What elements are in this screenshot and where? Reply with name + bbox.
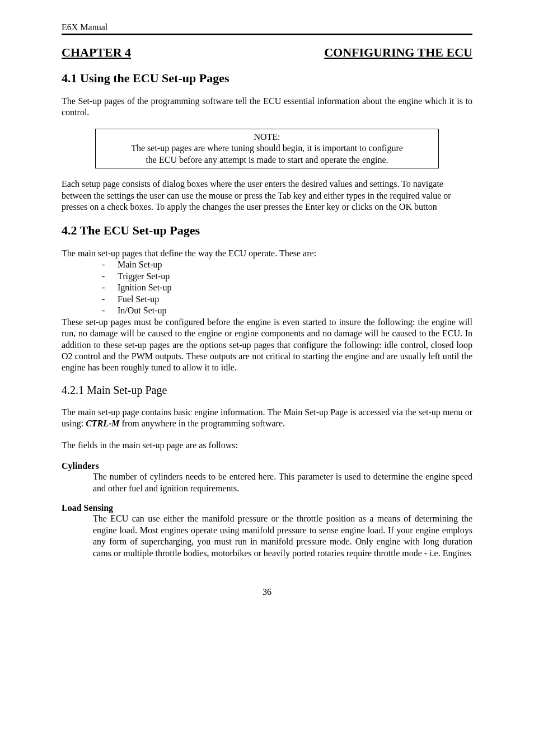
sec421-ctrlm: CTRL-M [86, 419, 119, 428]
sec421-p1: The main set-up page contains basic engi… [62, 407, 472, 430]
list-item: Fuel Set-up [102, 294, 472, 305]
page-number: 36 [62, 587, 472, 597]
header-rule [62, 34, 472, 35]
note-line2: the ECU before any attempt is made to st… [102, 154, 432, 166]
list-item: In/Out Set-up [102, 305, 472, 316]
list-item: Ignition Set-up [102, 282, 472, 293]
sec421-p2: The fields in the main set-up page are a… [62, 440, 472, 451]
running-header: E6X Manual [62, 22, 472, 32]
sec41-p1: The Set-up pages of the programming soft… [62, 96, 472, 119]
header-left: E6X Manual [62, 22, 107, 32]
list-item: Main Set-up [102, 259, 472, 270]
term-cylinders: Cylinders [62, 461, 472, 471]
sec42-p1: These set-up pages must be configured be… [62, 317, 472, 374]
term-load-sensing: Load Sensing [62, 503, 472, 513]
note-title: NOTE: [102, 132, 432, 143]
sec421-p1-c: from anywhere in the programming softwar… [120, 419, 285, 428]
list-item: Trigger Set-up [102, 271, 472, 282]
sec42-bullets: Main Set-up Trigger Set-up Ignition Set-… [102, 259, 472, 316]
sec41-p2: Each setup page consists of dialog boxes… [62, 179, 472, 213]
section-4-2-heading: 4.2 The ECU Set-up Pages [62, 223, 472, 238]
section-4-1-heading: 4.1 Using the ECU Set-up Pages [62, 71, 472, 86]
defn-load-sensing: The ECU can use either the manifold pres… [93, 513, 472, 559]
page: E6X Manual CHAPTER 4 CONFIGURING THE ECU… [0, 0, 534, 756]
chapter-heading: CHAPTER 4 CONFIGURING THE ECU [62, 45, 472, 60]
note-box: NOTE: The set-up pages are where tuning … [95, 129, 439, 168]
note-line1: The set-up pages are where tuning should… [102, 143, 432, 154]
chapter-title: CONFIGURING THE ECU [324, 45, 472, 60]
defn-cylinders: The number of cylinders needs to be ente… [93, 471, 472, 494]
section-4-2-1-heading: 4.2.1 Main Set-up Page [62, 384, 472, 397]
chapter-label: CHAPTER 4 [62, 45, 131, 60]
sec42-intro: The main set-up pages that define the wa… [62, 248, 472, 259]
